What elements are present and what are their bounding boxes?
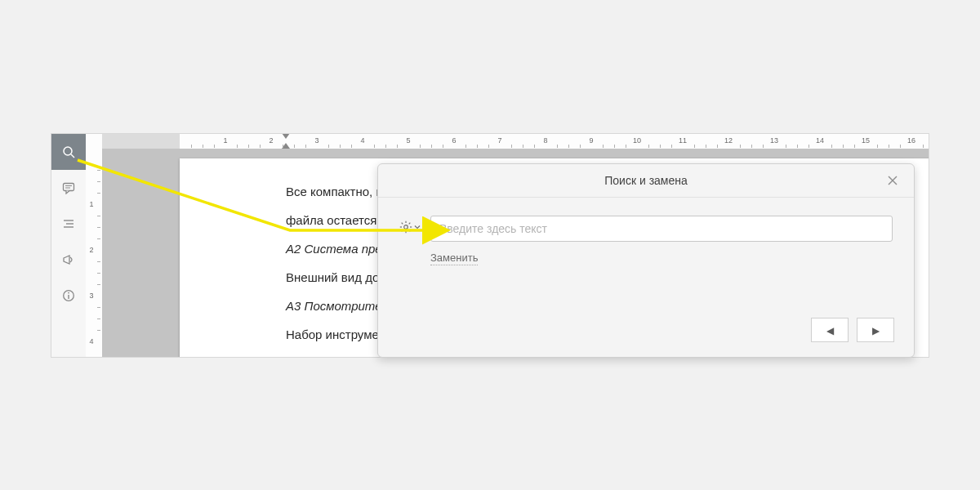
sidebar-headings-button[interactable] — [51, 206, 86, 242]
ruler-tick-minor — [477, 145, 478, 148]
replace-link[interactable]: Заменить — [430, 252, 478, 265]
ruler-tick-label: 13 — [770, 136, 778, 145]
ruler-tick-minor — [214, 145, 215, 148]
ruler-tick-minor — [328, 145, 329, 148]
svg-line-20 — [409, 223, 411, 225]
ruler-tick-minor — [648, 145, 649, 148]
ruler-tick-minor — [854, 145, 855, 148]
sidebar-search-button[interactable] — [51, 134, 86, 170]
ruler-tick-minor — [420, 145, 421, 148]
ruler-tick-label: 1 — [87, 200, 96, 208]
svg-point-13 — [404, 225, 408, 229]
ruler-tick-minor — [397, 145, 398, 148]
ruler-tick-minor — [97, 238, 100, 239]
ruler-tick-minor — [97, 307, 100, 308]
sidebar-comments-button[interactable] — [51, 170, 86, 206]
ruler-tick-minor — [900, 145, 901, 148]
ruler-tick-label: 1 — [223, 136, 227, 145]
ruler-tick-minor — [488, 145, 489, 148]
ruler-tick-minor — [97, 273, 100, 274]
ruler-tick-minor — [97, 284, 100, 285]
ruler-vertical[interactable]: 1234 — [86, 134, 103, 357]
ruler-tick-minor — [97, 261, 100, 262]
ruler-tick-label: 4 — [87, 337, 96, 345]
ruler-tick-minor — [786, 145, 786, 148]
ruler-tick-label: 11 — [679, 136, 687, 145]
left-sidebar — [51, 134, 87, 357]
ruler-tick-minor — [580, 145, 581, 148]
ruler-tick-minor — [237, 145, 238, 148]
ruler-tick-minor — [260, 145, 261, 148]
search-input[interactable] — [430, 216, 893, 242]
ruler-tick-minor — [568, 145, 569, 148]
ruler-tick-minor — [843, 145, 844, 148]
ruler-tick-minor — [294, 145, 295, 148]
ruler-tick-minor — [671, 145, 672, 148]
chevron-down-icon — [414, 224, 421, 230]
comment-icon — [62, 181, 75, 194]
ruler-tick-label: 9 — [589, 136, 593, 145]
ruler-tick-minor — [511, 145, 512, 148]
search-options-button[interactable] — [399, 216, 421, 234]
svg-line-19 — [409, 230, 411, 232]
ruler-tick-label: 2 — [269, 136, 273, 145]
svg-line-1 — [71, 154, 74, 158]
ruler-tick-minor — [523, 145, 523, 148]
sidebar-info-button[interactable] — [51, 278, 86, 314]
ruler-tick-label: 6 — [452, 136, 456, 145]
ruler-tick-minor — [97, 227, 100, 228]
ruler-tick-label: 3 — [314, 136, 318, 145]
sidebar-feedback-button[interactable] — [51, 242, 86, 278]
ruler-tick-minor — [557, 145, 558, 148]
svg-line-18 — [402, 223, 403, 225]
ruler-tick-minor — [191, 145, 192, 148]
svg-point-10 — [68, 292, 69, 294]
ruler-tick-minor — [248, 145, 249, 148]
ruler-tick-label: 8 — [543, 136, 547, 145]
indent-first-line-marker[interactable] — [282, 134, 290, 139]
ruler-tick-minor — [351, 145, 352, 148]
ruler-tick-minor — [97, 193, 100, 194]
ruler-tick-minor — [889, 145, 889, 148]
ruler-horizontal[interactable]: 1234567891011121314151617 — [102, 134, 929, 149]
gear-icon — [399, 220, 412, 234]
ruler-tick-minor — [797, 145, 798, 148]
ruler-tick-minor — [706, 145, 706, 148]
svg-line-21 — [402, 230, 403, 232]
ruler-tick-label: 10 — [633, 136, 641, 145]
ruler-tick-minor — [340, 145, 341, 148]
ruler-tick-minor — [694, 145, 695, 148]
ruler-tick-minor — [660, 145, 661, 148]
ruler-tick-minor — [203, 145, 203, 148]
ruler-tick-minor — [385, 145, 386, 148]
svg-rect-2 — [64, 184, 74, 191]
find-replace-dialog[interactable]: Поиск и замена З — [377, 163, 915, 358]
ruler-tick-label: 3 — [87, 292, 96, 300]
ruler-tick-minor — [97, 330, 100, 331]
ruler-tick-label: 2 — [87, 246, 96, 254]
find-next-button[interactable]: ▶ — [857, 318, 894, 342]
ruler-tick-minor — [877, 145, 878, 148]
ruler-tick-label: 12 — [724, 136, 733, 145]
ruler-tick-label: 16 — [907, 136, 915, 145]
ruler-tick-minor — [305, 145, 306, 148]
ruler-tick-minor — [283, 145, 283, 148]
ruler-tick-label: 15 — [862, 136, 870, 145]
ruler-tick-minor — [603, 145, 604, 148]
ruler-tick-minor — [614, 145, 615, 148]
ruler-tick-minor — [831, 145, 832, 148]
headings-icon — [62, 217, 75, 230]
ruler-tick-label: 4 — [360, 136, 364, 145]
close-button[interactable] — [876, 164, 909, 197]
find-prev-button[interactable]: ◀ — [811, 318, 849, 342]
ruler-tick-minor — [431, 145, 432, 148]
close-icon — [887, 175, 898, 186]
ruler-margin-area — [102, 134, 180, 149]
ruler-tick-label: 5 — [406, 136, 410, 145]
dialog-title: Поиск и замена — [378, 164, 914, 198]
feedback-icon — [62, 253, 75, 266]
ruler-tick-minor — [374, 145, 375, 148]
ruler-tick-minor — [763, 145, 764, 148]
svg-point-0 — [64, 147, 72, 155]
ruler-tick-minor — [97, 181, 100, 182]
